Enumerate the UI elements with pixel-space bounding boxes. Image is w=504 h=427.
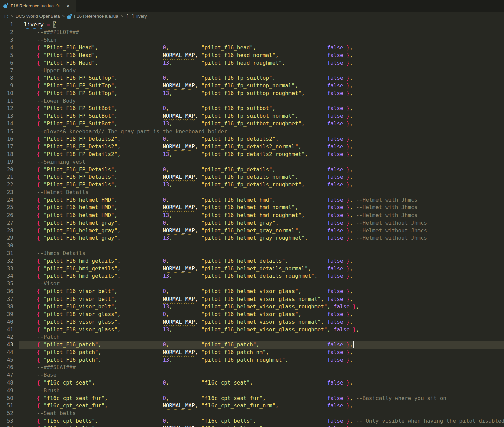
code-line[interactable]: 40 { "pilot_F18_visor_glass", NORMAL_MAP… [0, 318, 504, 326]
code-line[interactable]: 14 { "Pilot_F16_FP_SuitBot", 13, "pilot_… [0, 120, 504, 128]
code-line[interactable]: 19 --Swimming vest [0, 158, 504, 166]
code-line[interactable]: 12 { "Pilot_F16_FP_SuitBot", 0, "pilot_f… [0, 105, 504, 112]
code-line[interactable]: 6 { "Pilot_F16_Head", 13, "pilot_f16_hea… [0, 59, 504, 67]
code-line[interactable]: 31 --Jhmcs Details [0, 250, 504, 257]
code-line[interactable]: 52 --Seat belts [0, 410, 504, 417]
line-number[interactable]: 3 [0, 36, 13, 44]
code-line[interactable]: 9 { "Pilot_F16_FP_SuitTop", NORMAL_MAP, … [0, 82, 504, 90]
tab-f16-reference[interactable]: F16 Reference lua.lua 9+ ✕ [0, 0, 76, 12]
code-line[interactable]: 4 { "Pilot_F16_Head", 0, "pilot_f16_head… [0, 44, 504, 52]
close-icon[interactable]: ✕ [65, 3, 71, 9]
code-line[interactable]: 8 { "Pilot_F16_FP_SuitTop", 0, "pilot_f1… [0, 74, 504, 82]
line-number[interactable]: 52 [0, 410, 13, 417]
code-line[interactable]: 35 --Visor [0, 280, 504, 288]
code-line[interactable]: 27 { "pilot_F16_helmet_gray", 0, "pilot_… [0, 219, 504, 227]
code-line[interactable]: 41 { "pilot_F18_visor_glass", 13, "pilot… [0, 326, 504, 334]
code-line[interactable]: 48 { "f16c_cpt_seat", 0, "f16c_cpt_seat"… [0, 379, 504, 387]
line-number[interactable]: 1 [0, 21, 13, 29]
line-number[interactable]: 40 [0, 318, 13, 326]
code-line[interactable]: 38 { "pilot_F16_visor_belt", 13, "pilot_… [0, 303, 504, 311]
line-number[interactable]: 29 [0, 234, 13, 242]
line-number[interactable]: 7 [0, 67, 13, 75]
code-line[interactable]: 45 { "pilot_F16_patch", 13, "pilot_f16_p… [0, 356, 504, 364]
code-line[interactable]: 47 --Base [0, 371, 504, 379]
line-number[interactable]: 6 [0, 59, 13, 67]
line-number[interactable]: 15 [0, 128, 13, 136]
line-number[interactable]: 46 [0, 364, 13, 371]
line-number[interactable]: 18 [0, 151, 13, 158]
code-line[interactable]: 43 { "pilot_F16_patch", 0, "pilot_f16_pa… [0, 341, 504, 349]
line-number[interactable]: 12 [0, 105, 13, 112]
code-line[interactable]: 25 { "pilot_F16_helmet_HMD", NORMAL_MAP,… [0, 204, 504, 211]
line-number[interactable]: 41 [0, 326, 13, 334]
code-line[interactable]: 7 --Upper Body [0, 67, 504, 75]
line-number[interactable]: 28 [0, 227, 13, 235]
line-number[interactable]: 23 [0, 189, 13, 196]
code-line[interactable]: 24 { "pilot_F16_helmet_HMD", 0, "pilot_f… [0, 196, 504, 204]
line-number[interactable]: 42 [0, 333, 13, 341]
code-line[interactable]: 22 { "Pilot_F16_FP_Details", 13, "pilot_… [0, 181, 504, 189]
line-number[interactable]: 8 [0, 74, 13, 82]
code-line[interactable]: 17 { "Pilot_F18_FP_Details2", NORMAL_MAP… [0, 143, 504, 151]
code-line[interactable]: 44 { "pilot_F16_patch", NORMAL_MAP, "pil… [0, 349, 504, 356]
code-line[interactable]: 20 { "Pilot_F16_FP_Details", 0, "pilot_f… [0, 166, 504, 174]
breadcrumb-item-file[interactable]: F16 Reference lua.lua [74, 14, 118, 19]
code-line[interactable]: 54 { "f16c_cpt_belts", NORMAL_MAP, "f16c… [0, 425, 504, 427]
line-number[interactable]: 10 [0, 90, 13, 97]
code-line[interactable]: 2 --###PILOT### [0, 29, 504, 36]
code-line[interactable]: 36 { "pilot_F16_visor_belt", 0, "pilot_f… [0, 288, 504, 295]
line-number[interactable]: 2 [0, 29, 13, 36]
line-number[interactable]: 43 [0, 341, 13, 349]
line-number[interactable]: 31 [0, 250, 13, 257]
code-line[interactable]: 10 { "Pilot_F16_FP_SuitTop", 13, "pilot_… [0, 90, 504, 97]
line-number[interactable]: 13 [0, 112, 13, 120]
code-line[interactable]: 28 { "pilot_F16_helmet_gray", NORMAL_MAP… [0, 227, 504, 235]
line-number[interactable]: 20 [0, 166, 13, 174]
code-line[interactable]: 16 { "Pilot_F18_FP_Details2", 0, "pilot_… [0, 135, 504, 143]
line-number[interactable]: 36 [0, 288, 13, 295]
code-line[interactable]: 49 --Brush [0, 387, 504, 395]
line-number[interactable]: 54 [0, 425, 13, 427]
line-number[interactable]: 39 [0, 311, 13, 318]
code-line[interactable]: 11 --Lower Body [0, 97, 504, 105]
line-number[interactable]: 32 [0, 257, 13, 265]
code-line[interactable]: 53 { "f16c_cpt_belts", 0, "f16c_cpt_belt… [0, 417, 504, 425]
code-line[interactable]: 46 --###SEAT### [0, 364, 504, 371]
code-line[interactable]: 33 { "pilot_F16_hmd_getails", NORMAL_MAP… [0, 265, 504, 273]
line-number[interactable]: 34 [0, 272, 13, 280]
line-number[interactable]: 25 [0, 204, 13, 211]
line-number[interactable]: 38 [0, 303, 13, 311]
code-line[interactable]: 18 { "Pilot_F18_FP_Details2", 13, "pilot… [0, 151, 504, 158]
line-number[interactable]: 49 [0, 387, 13, 395]
code-line[interactable]: 30 [0, 242, 504, 250]
code-line[interactable]: 15 --gloves& kneeboard// The gray part i… [0, 128, 504, 136]
line-number[interactable]: 48 [0, 379, 13, 387]
line-number[interactable]: 9 [0, 82, 13, 90]
line-number[interactable]: 24 [0, 196, 13, 204]
line-number[interactable]: 4 [0, 44, 13, 52]
code-line[interactable]: 13 { "Pilot_F16_FP_SuitBot", NORMAL_MAP,… [0, 112, 504, 120]
code-line[interactable]: 51 { "f16c_cpt_seat_fur", NORMAL_MAP, "f… [0, 402, 504, 410]
code-line[interactable]: 23 --Helmet Details [0, 189, 504, 196]
line-number[interactable]: 33 [0, 265, 13, 273]
line-number[interactable]: 50 [0, 395, 13, 402]
line-number[interactable]: 35 [0, 280, 13, 288]
line-number[interactable]: 16 [0, 135, 13, 143]
line-number[interactable]: 17 [0, 143, 13, 151]
code-line[interactable]: 1livery = { [0, 21, 504, 29]
breadcrumb-item-drive[interactable]: F: [4, 14, 8, 19]
line-number[interactable]: 53 [0, 417, 13, 425]
line-number[interactable]: 19 [0, 158, 13, 166]
line-number[interactable]: 21 [0, 173, 13, 181]
line-number[interactable]: 22 [0, 181, 13, 189]
line-number[interactable]: 30 [0, 242, 13, 250]
line-number[interactable]: 5 [0, 52, 13, 59]
line-number[interactable]: 47 [0, 371, 13, 379]
line-number[interactable]: 27 [0, 219, 13, 227]
code-editor[interactable]: 1livery = {2 --###PILOT###3 --Skin4 { "P… [0, 21, 504, 427]
code-line[interactable]: 42 --Patch [0, 333, 504, 341]
code-line[interactable]: 34 { "pilot_F16_hmd_getails", 13, "pilot… [0, 272, 504, 280]
line-number[interactable]: 14 [0, 120, 13, 128]
code-line[interactable]: 50 { "f16c_cpt_seat_fur", 0, "f16c_cpt_s… [0, 395, 504, 402]
line-number[interactable]: 51 [0, 402, 13, 410]
